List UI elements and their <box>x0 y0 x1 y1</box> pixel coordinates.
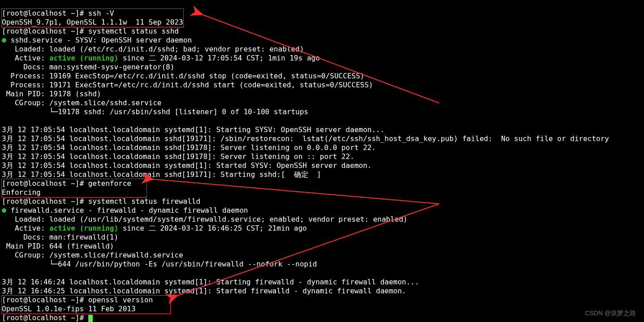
firewalld-service-title: firewalld.service - firewalld - dynamic … <box>6 206 248 215</box>
cursor-icon <box>88 315 93 322</box>
command-systemctl-status-sshd: systemctl status sshd <box>88 27 179 35</box>
highlight-box-openssl-version: [root@localhost ~]# openssl version Open… <box>1 295 171 314</box>
shell-prompt: [root@localhost ~]# <box>2 197 88 206</box>
highlight-box-getenforce: [root@localhost ~]# getenforce Enforcing <box>1 179 147 197</box>
output-getenforce: Enforcing <box>2 188 41 197</box>
command-openssl-version: openssl version <box>88 296 153 304</box>
shell-prompt: [root@localhost ~]# <box>2 296 88 304</box>
firewalld-docs: Docs: man:firewalld(1) <box>2 233 118 241</box>
sshd-log-line: 3月 12 17:05:54 localhost.localdomain sys… <box>2 161 372 170</box>
firewalld-active-state: active (running) <box>49 224 118 232</box>
sshd-log-line: 3月 12 17:05:54 localhost.localdomain ssh… <box>2 152 354 161</box>
shell-prompt: [root@localhost ~]# <box>2 27 88 35</box>
shell-prompt: [root@localhost ~]# <box>2 313 88 322</box>
firewalld-main-pid: Main PID: 644 (firewalld) <box>2 242 114 250</box>
firewalld-log-line: 3月 12 16:46:25 localhost.localdomain sys… <box>2 287 406 295</box>
sshd-log-line: 3月 12 17:05:54 localhost.localdomain ssh… <box>2 134 609 143</box>
command-systemctl-status-firewalld: systemctl status firewalld <box>88 197 200 206</box>
status-active-dot-icon <box>2 38 6 43</box>
firewalld-cgroup: CGroup: /system.slice/firewalld.service <box>2 251 183 259</box>
sshd-log-line: 3月 12 17:05:54 localhost.localdomain ssh… <box>2 143 376 152</box>
command-ssh-v: ssh -V <box>88 9 114 17</box>
firewalld-log-line: 3月 12 16:46:24 localhost.localdomain sys… <box>2 278 419 286</box>
sshd-active-suffix: since 二 2024-03-12 17:05:54 CST; 1min 19… <box>118 54 320 62</box>
firewalld-active-prefix: Active: <box>2 224 49 232</box>
sshd-docs: Docs: man:systemd-sysv-generator(8) <box>2 63 174 71</box>
highlight-box-ssh-version: [root@localhost ~]# ssh -V OpenSSH_9.7p1… <box>1 9 184 27</box>
sshd-process-2: Process: 19171 ExecStart=/etc/rc.d/init.… <box>2 81 373 89</box>
sshd-service-title: sshd.service - SYSV: OpenSSH server daem… <box>6 36 192 44</box>
terminal-output[interactable]: [root@localhost ~]# ssh -V OpenSSH_9.7p1… <box>0 0 644 322</box>
firewalld-cgroup-proc: └─644 /usr/bin/python -Es /usr/sbin/fire… <box>2 260 317 268</box>
watermark: CSDN @筑梦之路 <box>585 309 636 318</box>
firewalld-active-suffix: since 二 2024-03-12 16:46:25 CST; 21min a… <box>118 224 307 232</box>
status-active-dot-icon <box>2 208 6 213</box>
sshd-process-1: Process: 19169 ExecStop=/etc/rc.d/init.d… <box>2 72 364 80</box>
sshd-main-pid: Main PID: 19178 (sshd) <box>2 90 101 98</box>
sshd-active-state: active (running) <box>49 54 118 62</box>
command-getenforce: getenforce <box>88 179 131 188</box>
firewalld-loaded: Loaded: loaded (/usr/lib/systemd/system/… <box>2 215 407 223</box>
sshd-cgroup: CGroup: /system.slice/sshd.service <box>2 99 161 107</box>
shell-prompt: [root@localhost ~]# <box>2 9 88 17</box>
shell-prompt: [root@localhost ~]# <box>2 179 88 188</box>
sshd-active-prefix: Active: <box>2 54 49 62</box>
sshd-cgroup-proc: └─19178 sshd: /usr/sbin/sshd [listener] … <box>2 107 308 116</box>
sshd-loaded: Loaded: loaded (/etc/rc.d/init.d/sshd; b… <box>2 45 304 53</box>
sshd-log-line: 3月 12 17:05:54 localhost.localdomain ssh… <box>2 170 321 179</box>
sshd-log-line: 3月 12 17:05:54 localhost.localdomain sys… <box>2 125 385 134</box>
output-ssh-version: OpenSSH_9.7p1, OpenSSL 1.1.1w 11 Sep 202… <box>2 18 183 26</box>
output-openssl-version: OpenSSL 1.0.1e-fips 11 Feb 2013 <box>2 305 136 313</box>
